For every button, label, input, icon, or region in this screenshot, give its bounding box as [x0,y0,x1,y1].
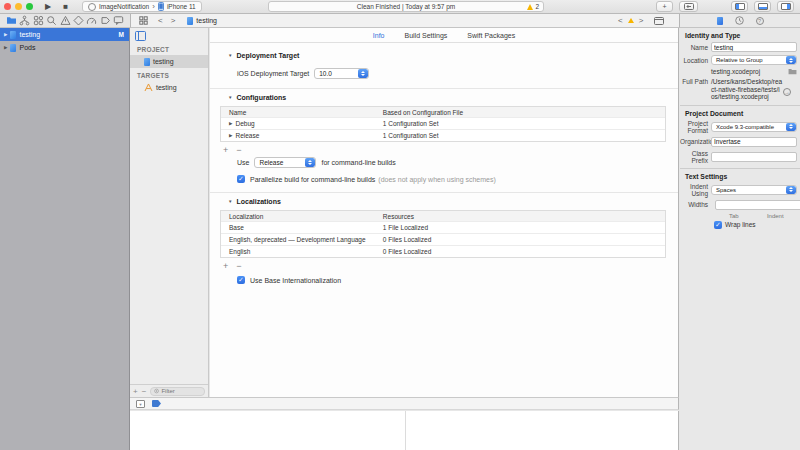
class-prefix-label: Class Prefix [680,150,711,164]
indent-using-dropdown[interactable]: Spaces [711,185,797,195]
toggle-inspector-button[interactable] [777,1,794,12]
editor-options-button[interactable] [679,1,698,12]
forward-button[interactable]: > [171,16,176,25]
toggle-navigator-button[interactable] [731,1,748,12]
add-button[interactable]: + [133,387,138,396]
scheme-device: iPhone 11 [167,3,196,10]
project-navigator-icon[interactable] [6,15,17,26]
table-row[interactable]: English 0 Files Localized [221,245,665,257]
hide-sidebar-icon[interactable] [135,31,146,41]
file-inspector-tab-icon[interactable] [717,17,723,25]
column-localization: Localization [221,213,381,220]
warning-count[interactable]: 2 [535,3,539,10]
zoom-window-button[interactable] [26,3,33,10]
name-field[interactable] [711,42,797,52]
remove-localization-button[interactable]: − [236,261,249,271]
issue-navigator-icon[interactable] [60,15,71,26]
debug-split-divider[interactable] [405,411,406,450]
project-format-dropdown[interactable]: Xcode 9.3-compatible [711,122,797,132]
library-button[interactable]: + [656,1,673,12]
disclosure-triangle[interactable]: ▶ [229,133,232,138]
location-dropdown[interactable]: Relative to Group [711,55,797,65]
section-disclosure[interactable]: ▼ [228,53,232,58]
project-format-label: Project Format [680,120,711,134]
section-disclosure[interactable]: ▼ [228,199,232,204]
wrap-lines-checkbox[interactable]: ✓ [714,221,722,229]
remove-configuration-button[interactable]: − [236,145,249,155]
source-control-navigator-icon[interactable] [19,15,30,26]
parallelize-note: (does not apply when using schemes) [378,176,496,183]
name-label: Name [680,44,711,51]
filter-field[interactable] [150,387,205,396]
project-item[interactable]: testing [130,55,208,68]
disclosure-triangle[interactable]: ▶ [4,45,7,50]
folder-icon[interactable] [788,68,797,75]
run-button[interactable]: ▶ [45,0,51,14]
table-row[interactable]: ▶Debug 1 Configuration Set [221,117,665,129]
sidebar-filter-bar: + − [130,384,208,397]
section-title-localizations: Localizations [236,198,280,205]
editor-tab-title[interactable]: testing [196,17,217,24]
scheme-selector[interactable]: ImageNotification › iPhone 11 [82,1,202,12]
app-target-icon [144,83,153,92]
class-prefix-field[interactable] [711,152,797,162]
remove-button[interactable]: − [142,387,147,396]
tab-build-settings[interactable]: Build Settings [405,32,448,39]
open-path-arrow-icon[interactable]: → [783,88,791,96]
widths-label: Widths [680,201,711,208]
test-navigator-icon[interactable] [73,15,84,26]
configurations-table: Name Based on Configuration File ▶Debug … [220,106,666,142]
project-editor-tabs: Info Build Settings Swift Packages [210,28,678,43]
indent-using-label: Indent Using [680,183,711,197]
tab-info[interactable]: Info [373,32,385,39]
filter-input[interactable] [161,388,201,394]
previous-issue-button[interactable]: < [618,16,623,25]
dropdown-arrows-icon [786,186,796,194]
debug-navigator-icon[interactable] [86,15,97,26]
table-row[interactable]: ▶Release 1 Configuration Set [221,129,665,141]
base-internationalization-checkbox[interactable]: ✓ [237,276,245,284]
add-localization-button[interactable]: + [223,261,236,271]
tab-width-field[interactable] [715,200,800,210]
ios-deployment-target-dropdown[interactable]: 10.0 [314,68,369,79]
breakpoints-toggle-icon[interactable] [152,400,161,407]
organization-field[interactable] [711,137,797,147]
back-button[interactable]: < [158,16,163,25]
disclosure-triangle[interactable]: ▶ [229,121,232,126]
table-row[interactable]: Base 1 File Localized [221,221,665,233]
config-name: Release [235,132,259,139]
find-navigator-icon[interactable] [46,15,57,26]
history-inspector-tab-icon[interactable] [735,16,744,25]
stop-button[interactable]: ■ [63,0,68,14]
navigator-item-pods[interactable]: ▶ Pods [0,41,129,54]
report-navigator-icon[interactable] [113,15,124,26]
localizations-table: Localization Resources Base 1 File Local… [220,210,666,258]
table-row[interactable]: English, deprecated — Development Langua… [221,233,665,245]
disclosure-triangle[interactable]: ▶ [4,32,7,37]
related-items-icon[interactable] [139,16,148,25]
editor-arrow-icon [684,3,694,10]
symbol-navigator-icon[interactable] [33,15,44,26]
dropdown-arrows-icon [786,123,796,131]
tab-swift-packages[interactable]: Swift Packages [467,32,515,39]
inspector-panel-icon [781,3,791,10]
minimize-window-button[interactable] [15,3,22,10]
target-item[interactable]: testing [130,81,208,94]
navigator-item-testing[interactable]: ▶ testing M [0,28,129,41]
quick-help-inspector-tab-icon[interactable]: ? [756,17,764,25]
next-issue-button[interactable]: > [639,16,644,25]
dropdown-value: Release [255,159,305,166]
section-disclosure[interactable]: ▼ [228,95,232,100]
close-window-button[interactable] [4,3,11,10]
editor-layout-icon[interactable] [654,17,664,25]
breakpoint-navigator-icon[interactable] [100,15,111,26]
add-configuration-button[interactable]: + [223,145,236,155]
hide-debug-area-icon[interactable]: ▼ [136,400,145,408]
navigator-panel-icon [735,3,745,10]
parallelize-checkbox[interactable]: ✓ [237,175,245,183]
localization-resources: 0 Files Localized [381,236,665,243]
location-label: Location [680,57,711,64]
command-line-config-dropdown[interactable]: Release [254,157,316,168]
toggle-debug-area-button[interactable] [754,1,771,12]
warning-icon [527,4,533,10]
